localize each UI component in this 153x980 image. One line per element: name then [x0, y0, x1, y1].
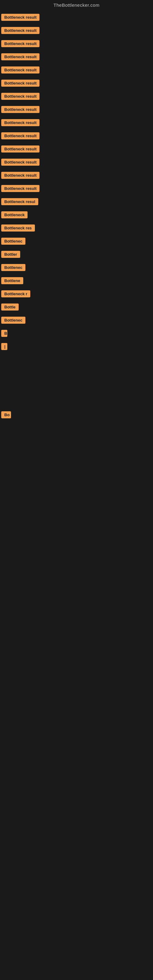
list-item: Bo — [1, 409, 152, 422]
list-item: Bottleneck res — [1, 222, 152, 235]
list-item: Bottleneck result — [1, 130, 152, 143]
bottleneck-badge[interactable]: Bottlenec — [1, 264, 26, 271]
bottleneck-badge[interactable]: Bottleneck result — [1, 132, 40, 139]
list-item: Bottleneck result — [1, 156, 152, 169]
list-item: Bottleneck — [1, 209, 152, 222]
list-item: Bottlenec — [1, 261, 152, 275]
bottleneck-badge[interactable]: Bottleneck result — [1, 93, 40, 100]
list-item: Bottlene — [1, 275, 152, 288]
site-title: TheBottlenecker.com — [0, 0, 153, 11]
list-item: Bottleneck result — [1, 38, 152, 51]
bottleneck-badge[interactable]: | — [1, 343, 7, 350]
list-item: Bottleneck result — [1, 103, 152, 117]
list-item: B — [1, 328, 152, 340]
list-item: Bottleneck result — [1, 90, 152, 103]
page-wrapper: TheBottlenecker.com Bottleneck result Bo… — [0, 0, 153, 483]
bottleneck-badge[interactable]: Bottleneck res — [1, 224, 35, 232]
bottleneck-badge[interactable]: B — [1, 330, 7, 337]
list-item: Bottleneck result — [1, 11, 152, 24]
list-item: | — [1, 340, 152, 354]
list-item: Bottleneck result — [1, 24, 152, 38]
bottleneck-badge[interactable]: Bottleneck result — [1, 80, 40, 87]
bottleneck-badge[interactable]: Bottlenec — [1, 238, 26, 245]
bottleneck-badge[interactable]: Bottlenec — [1, 317, 26, 324]
list-item: Bottleneck result — [1, 169, 152, 183]
list-item: Bottleneck resul — [1, 196, 152, 209]
bottleneck-badge[interactable]: Bottleneck result — [1, 159, 40, 166]
bottleneck-badge[interactable]: Bottleneck result — [1, 145, 40, 153]
bottleneck-badge[interactable]: Bottleneck — [1, 211, 27, 218]
list-item: Bottleneck result — [1, 183, 152, 196]
list-item: Bottleneck r — [1, 288, 152, 301]
bottleneck-badge[interactable]: Bottleneck result — [1, 185, 40, 192]
bottleneck-badge[interactable]: Bottleneck r — [1, 290, 30, 298]
bottleneck-badge[interactable]: Bottleneck result — [1, 53, 40, 60]
bottleneck-badge[interactable]: Bottle — [1, 304, 19, 310]
spacer-bottom — [1, 422, 152, 483]
bottleneck-badge[interactable]: Bottleneck result — [1, 106, 40, 113]
bottleneck-list: Bottleneck result Bottleneck result Bott… — [0, 11, 153, 483]
list-item: Bottleneck result — [1, 143, 152, 156]
list-item: Bottleneck result — [1, 77, 152, 90]
bottleneck-badge[interactable]: Bottleneck result — [1, 40, 40, 47]
list-item: Bottleneck result — [1, 51, 152, 64]
bottleneck-badge[interactable]: Bottler — [1, 251, 20, 258]
spacer — [1, 354, 152, 409]
list-item: Bottlenec — [1, 314, 152, 328]
list-item: Bottleneck result — [1, 117, 152, 130]
bottleneck-badge[interactable]: Bottleneck result — [1, 14, 40, 21]
list-item: Bottlenec — [1, 235, 152, 248]
bottleneck-badge[interactable]: Bottleneck resul — [1, 198, 38, 205]
bottleneck-badge[interactable]: Bottleneck result — [1, 172, 40, 179]
list-item: Bottleneck result — [1, 64, 152, 77]
bottleneck-badge[interactable]: Bottlene — [1, 277, 23, 284]
bottleneck-badge[interactable]: Bottleneck result — [1, 67, 40, 73]
bottleneck-badge[interactable]: Bottleneck result — [1, 119, 40, 126]
bottleneck-badge[interactable]: Bottleneck result — [1, 27, 40, 34]
list-item: Bottler — [1, 248, 152, 261]
bottleneck-badge[interactable]: Bo — [1, 411, 11, 418]
list-item: Bottle — [1, 301, 152, 314]
